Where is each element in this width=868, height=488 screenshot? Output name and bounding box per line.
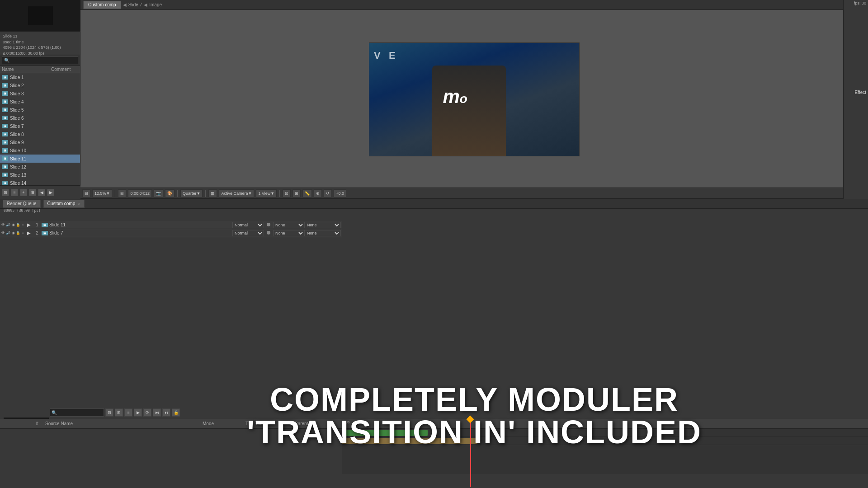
audio-icon-2[interactable]: 🔊	[6, 231, 10, 235]
label-icon-2[interactable]: ▪	[21, 231, 25, 235]
zoom-dropdown-icon: ▼	[106, 191, 110, 196]
search-input[interactable]	[2, 56, 78, 64]
timeline-search-input[interactable]	[50, 408, 104, 417]
tl-btn-2[interactable]: ⊞	[115, 408, 123, 417]
view-label: 1 View	[258, 191, 270, 196]
corner-pin-btn[interactable]: ⊡	[283, 189, 291, 197]
snapshot-btn[interactable]: 📷	[154, 189, 163, 197]
layer-mode-1[interactable]: Normal	[232, 222, 264, 228]
quality-dropdown-icon: ▼	[197, 191, 201, 196]
thumbnail-image	[28, 6, 53, 25]
toggle-btn[interactable]: ⊟	[82, 189, 90, 197]
eye-icon-1[interactable]: 👁	[1, 223, 5, 227]
slide-item-10[interactable]: ▣Slide 10	[0, 146, 80, 155]
rotate-btn[interactable]: ↺	[324, 189, 332, 197]
tl-btn-5[interactable]: ⟳	[143, 408, 151, 417]
breadcrumb-image[interactable]: Image	[149, 2, 162, 7]
layer-type-icon-1: ▣	[42, 223, 48, 227]
prev-btn[interactable]: ◀	[38, 189, 45, 196]
delete-btn[interactable]: 🗑	[29, 189, 36, 196]
snap-btn[interactable]: ⊕	[314, 189, 322, 197]
tab-custom-comp[interactable]: Custom comp	[83, 1, 121, 9]
layer-parent-2[interactable]: None	[305, 230, 341, 236]
slide-icon-2: ▣	[2, 83, 8, 88]
layer-trkmat-1[interactable]: None	[273, 222, 305, 228]
grid-view-btn[interactable]: ⊞	[2, 189, 9, 196]
slide-item-3[interactable]: ▣Slide 3	[0, 89, 80, 98]
solo-icon-1[interactable]: ◉	[11, 223, 15, 227]
ruler-btn[interactable]: 📏	[302, 189, 312, 197]
layer-name-2[interactable]: Slide 7	[49, 230, 232, 235]
layer-parent-1[interactable]: None	[305, 222, 341, 228]
video-text-ve: V E	[374, 50, 396, 61]
solo-icon-2[interactable]: ◉	[11, 231, 15, 235]
exposure-btn[interactable]: +0.0	[334, 189, 346, 197]
right-panel: fps: 30 Effect	[843, 0, 868, 199]
fps-display: fps: 30	[844, 0, 868, 6]
track-row-1[interactable]	[342, 429, 868, 437]
slide-item-4[interactable]: ▣Slide 4	[0, 98, 80, 106]
slide-name-11: Slide 11	[10, 156, 26, 161]
lock-icon-2[interactable]: 🔒	[16, 231, 20, 235]
camera-btn[interactable]: Active Camera ▼	[219, 189, 254, 197]
layer-t-2	[264, 230, 273, 235]
expand-icon-1[interactable]: ▶	[27, 222, 33, 227]
slide-item-5[interactable]: ▣Slide 5	[0, 106, 80, 114]
slide-item-6[interactable]: ▣Slide 6	[0, 114, 80, 122]
layer-name-1[interactable]: Slide 11	[49, 222, 232, 227]
color-btn[interactable]: 🎨	[165, 189, 175, 197]
slide-list: ▣Slide 1▣Slide 2▣Slide 3▣Slide 4▣Slide 5…	[0, 73, 80, 195]
slide-item-11[interactable]: ▣Slide 11	[0, 155, 80, 163]
layer-trkmat-2[interactable]: None	[273, 230, 305, 236]
slide-item-13[interactable]: ▣Slide 13	[0, 171, 80, 179]
eye-icon-2[interactable]: 👁	[1, 231, 5, 235]
layer-vis-2: 👁 🔊 ◉ 🔒 ▪	[1, 231, 25, 235]
slide-name-14: Slide 14	[10, 181, 26, 186]
quality-btn[interactable]: Quarter ▼	[180, 189, 203, 197]
track-row-2[interactable]	[342, 437, 868, 445]
layer-row-2: 👁 🔊 ◉ 🔒 ▪ ▶ 2 ▣ Slide 7 Normal None None	[0, 229, 342, 237]
tl-btn-8[interactable]: 🔒	[172, 408, 180, 417]
tl-btn-6[interactable]: ⏮	[153, 408, 161, 417]
add-btn[interactable]: +	[20, 189, 27, 196]
grid-btn[interactable]: ⊞	[292, 189, 301, 197]
slide-item-1[interactable]: ▣Slide 1	[0, 73, 80, 81]
layer-row-1: 👁 🔊 ◉ 🔒 ▪ ▶ 1 ▣ Slide 11 Normal None Non…	[0, 221, 342, 229]
slide-item-7[interactable]: ▣Slide 7	[0, 122, 80, 130]
lock-icon-1[interactable]: 🔒	[16, 223, 20, 227]
timeline-tabs: Render Queue Custom comp ×	[0, 199, 868, 209]
zoom-btn[interactable]: 12.5% ▼	[92, 189, 112, 197]
slide-item-2[interactable]: ▣Slide 2	[0, 81, 80, 89]
tl-btn-3[interactable]: ≡	[124, 408, 132, 417]
slide-icon-4: ▣	[2, 99, 8, 104]
slide-item-8[interactable]: ▣Slide 8	[0, 130, 80, 138]
tab-custom-comp-timeline[interactable]: Custom comp ×	[43, 200, 85, 208]
sep1	[115, 190, 115, 197]
slide-item-9[interactable]: ▣Slide 9	[0, 138, 80, 146]
t-circle-2	[267, 231, 270, 235]
close-tab-icon[interactable]: ×	[78, 202, 80, 206]
audio-icon-1[interactable]: 🔊	[6, 223, 10, 227]
breadcrumb-slide7[interactable]: Slide 7	[128, 2, 142, 7]
slide-name-3: Slide 3	[10, 91, 24, 96]
checkerboard-btn[interactable]: ▦	[208, 189, 217, 197]
next-btn[interactable]: ▶	[47, 189, 54, 196]
track-bar-1[interactable]	[342, 430, 428, 436]
expand-icon-2[interactable]: ▶	[27, 230, 33, 235]
slide-icon-10: ▣	[2, 148, 8, 153]
tl-btn-4[interactable]: ▶	[134, 408, 142, 417]
tl-btn-1[interactable]: ⊟	[105, 408, 113, 417]
tl-btn-7[interactable]: ⏯	[162, 408, 170, 417]
safe-frame-btn[interactable]: ⊞	[118, 189, 126, 197]
tabs-bar: Custom comp ◀ Slide 7 ◀ Image	[80, 0, 868, 10]
timecode-display[interactable]: 0:00:04:12	[128, 189, 152, 197]
slide-icon-3: ▣	[2, 91, 8, 96]
view-btn[interactable]: 1 View ▼	[256, 189, 277, 197]
list-view-btn[interactable]: ≡	[11, 189, 18, 196]
layer-mode-2[interactable]: Normal	[232, 230, 264, 236]
tab-render-queue[interactable]: Render Queue	[3, 200, 41, 208]
label-icon-1[interactable]: ▪	[21, 223, 25, 227]
track-bar-2[interactable]	[342, 438, 477, 444]
slide-item-12[interactable]: ▣Slide 12	[0, 163, 80, 171]
camera-label: Active Camera	[221, 191, 248, 196]
